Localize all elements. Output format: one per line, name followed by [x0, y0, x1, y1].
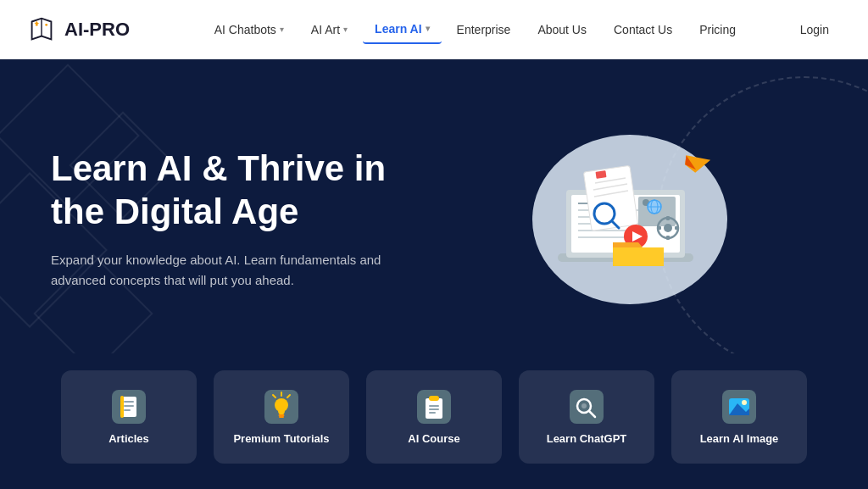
hero-svg-illustration	[507, 122, 744, 317]
nav-item-learn-ai[interactable]: Learn AI ▾	[363, 15, 442, 44]
svg-point-62	[742, 400, 747, 405]
svg-rect-31	[666, 236, 670, 240]
article-icon	[110, 388, 147, 425]
nav-item-contact-us[interactable]: Contact Us	[602, 16, 684, 43]
svg-rect-51	[429, 396, 439, 401]
svg-rect-54	[429, 412, 436, 414]
hero-subtitle: Expand your knowledge about AI. Learn fu…	[51, 250, 407, 291]
nav-item-about-us[interactable]: About Us	[526, 16, 598, 43]
nav-item-ai-art[interactable]: AI Art ▾	[299, 16, 359, 43]
svg-point-3	[45, 23, 47, 25]
card-learn-ai-image-label: Learn AI Image	[700, 432, 779, 447]
card-learn-ai-image[interactable]: Learn AI Image	[671, 370, 807, 464]
nav-item-ai-chatbots[interactable]: AI Chatbots ▾	[203, 16, 296, 43]
logo-icon	[25, 14, 58, 46]
svg-rect-33	[675, 226, 679, 230]
svg-rect-47	[279, 414, 285, 416]
svg-rect-55	[570, 390, 604, 424]
svg-point-29	[664, 224, 672, 232]
chevron-down-icon: ▾	[343, 25, 348, 34]
nav-links: AI Chatbots ▾ AI Art ▾ Learn AI ▾ Enterp…	[164, 15, 787, 44]
card-ai-course-label: AI Course	[408, 432, 459, 447]
card-articles[interactable]: Articles	[61, 370, 197, 464]
clipboard-icon	[415, 388, 453, 425]
hero-section: Learn AI & Thrive in the Digital Age Exp…	[0, 59, 868, 489]
svg-rect-48	[279, 416, 284, 418]
svg-rect-52	[429, 405, 439, 407]
chevron-down-icon: ▾	[280, 25, 284, 34]
svg-rect-41	[120, 396, 124, 418]
card-premium-tutorials[interactable]: Premium Tutorials	[214, 370, 349, 464]
chevron-down-icon: ▾	[426, 24, 430, 33]
card-articles-label: Articles	[108, 432, 149, 447]
card-learn-chatgpt[interactable]: Learn ChatGPT	[519, 370, 654, 464]
cards-section: Articles Premium Tutorials	[0, 353, 868, 489]
svg-point-58	[581, 403, 587, 408]
logo[interactable]: AI-PRO	[25, 14, 130, 46]
bulb-icon	[263, 388, 300, 425]
hero-illustration	[434, 122, 817, 317]
image-icon	[721, 388, 758, 425]
svg-rect-39	[124, 405, 134, 407]
navbar: AI-PRO AI Chatbots ▾ AI Art ▾ Learn AI ▾…	[0, 0, 868, 59]
card-ai-course[interactable]: AI Course	[366, 370, 502, 464]
svg-rect-38	[124, 401, 134, 403]
svg-rect-40	[124, 409, 131, 411]
svg-rect-53	[429, 408, 439, 410]
svg-point-46	[275, 398, 288, 412]
hero-title: Learn AI & Thrive in the Digital Age	[51, 147, 434, 233]
hero-text: Learn AI & Thrive in the Digital Age Exp…	[51, 147, 434, 291]
card-premium-tutorials-label: Premium Tutorials	[233, 432, 329, 447]
search-chat-icon	[568, 388, 605, 425]
nav-item-pricing[interactable]: Pricing	[687, 16, 748, 43]
svg-rect-30	[666, 216, 670, 220]
nav-login-button[interactable]: Login	[787, 16, 843, 43]
brand-name: AI-PRO	[64, 19, 130, 41]
svg-rect-32	[657, 226, 661, 230]
hero-content: Learn AI & Thrive in the Digital Age Exp…	[0, 59, 868, 353]
card-learn-chatgpt-label: Learn ChatGPT	[547, 432, 627, 447]
svg-rect-23	[596, 170, 607, 179]
nav-item-enterprise[interactable]: Enterprise	[445, 16, 523, 43]
